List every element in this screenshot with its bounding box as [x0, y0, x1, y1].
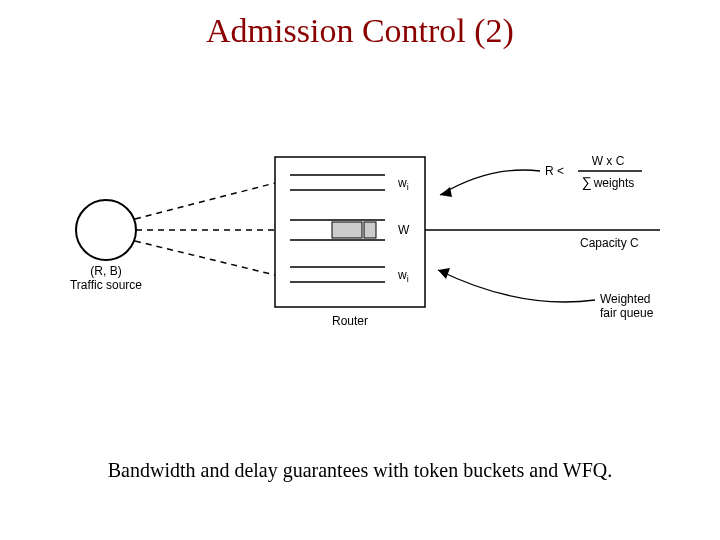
wfq-arrowhead	[438, 268, 450, 279]
weight-mid: W	[398, 223, 410, 237]
router-label: Router	[332, 314, 368, 328]
formula-arrow	[440, 170, 540, 195]
weight-top: wi	[397, 176, 409, 192]
formula-denominator: ∑weights	[582, 174, 635, 190]
source-params: (R, B)	[90, 264, 121, 278]
wfq-label-2: fair queue	[600, 306, 654, 320]
source-label: Traffic source	[70, 278, 142, 292]
wfq-diagram: (R, B) Traffic source Router wi W wi Cap…	[40, 135, 680, 355]
dashed-link-bot	[135, 241, 275, 275]
formula-numerator: W x C	[592, 154, 625, 168]
packet-large	[332, 222, 362, 238]
capacity-label: Capacity C	[580, 236, 639, 250]
formula-lhs: R <	[545, 164, 564, 178]
slide-caption: Bandwidth and delay guarantees with toke…	[0, 459, 720, 482]
wfq-arrow	[438, 270, 595, 302]
weight-bot: wi	[397, 268, 409, 284]
traffic-source-circle	[76, 200, 136, 260]
packet-small	[364, 222, 376, 238]
slide-title: Admission Control (2)	[0, 12, 720, 50]
formula-arrowhead	[440, 187, 452, 197]
wfq-label-1: Weighted	[600, 292, 650, 306]
dashed-link-top	[135, 183, 275, 219]
